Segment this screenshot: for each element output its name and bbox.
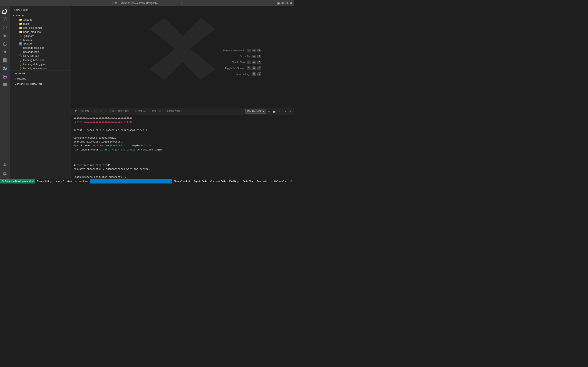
node-modules-label: node_modules (23, 30, 41, 33)
activity-search[interactable] (1, 16, 9, 23)
activity-extensions[interactable] (1, 40, 9, 48)
file-tree: ▾ HELLO › 📁 .vscode › 📁 build (10, 13, 71, 71)
status-ai-code-chat[interactable]: ✦ AI Code Chat (269, 179, 289, 184)
status-comment-code[interactable]: Comment Code (209, 179, 228, 184)
sidebar-toggle-icon[interactable]: ▣ (277, 1, 280, 5)
tab-output[interactable]: OUTPUT (91, 108, 106, 114)
build-chevron: › (16, 22, 19, 25)
toml-icon: ⚙ (19, 38, 22, 42)
split-editor-icon[interactable]: ⊟ (285, 1, 288, 5)
timeline-header[interactable]: › TIMELINE (10, 76, 71, 81)
status-settings-gear[interactable]: ⚙ (289, 179, 294, 184)
activity-chat[interactable] (1, 81, 9, 89)
panel-more-btn[interactable]: ··· (278, 109, 282, 113)
outline-header[interactable]: › OUTLINE (10, 71, 71, 76)
tab-ports[interactable]: PORTS (150, 108, 163, 114)
titlebar-search[interactable]: 🔍 [Extension Development Host] hello (112, 1, 182, 5)
panel-list-btn[interactable]: ≡ (267, 109, 270, 113)
activity-run-debug[interactable] (1, 32, 9, 40)
status-find-bugs[interactable]: Find Bugs (228, 179, 241, 184)
ai-star-icon: ✦ (271, 180, 273, 183)
tree-item-tsconfig-release[interactable]: › {} tsconfig.release.json (10, 66, 71, 70)
kbd-cmd3: ⌘ (252, 60, 256, 64)
show-settings-hint: Show Settings ⌘ , (235, 72, 261, 76)
activity-pieces2[interactable] (1, 73, 9, 80)
status-remote[interactable]: ⚙ Extension Development Host (0, 179, 35, 184)
dropdown-label: Blockless CLI (247, 110, 262, 113)
cool-pink-camel-label: cool-pink-camel (23, 26, 42, 29)
info-icon: ⓘ (67, 180, 70, 183)
panel-up-btn[interactable]: ∧ (283, 109, 287, 113)
tab-comments[interactable]: COMMENTS (163, 108, 182, 114)
kbd-shift: ⇧ (247, 49, 251, 52)
kbd-p2: P (258, 55, 261, 58)
tree-item-bls-toml[interactable]: › ⚙ bls.toml (10, 38, 71, 42)
show-all-commands-hint: Show All Commands ⇧ ⌘ P (222, 49, 261, 52)
tree-item-index-ts[interactable]: › TS index.ts (10, 42, 71, 46)
sidebar-header-actions: ... (65, 8, 68, 12)
output-line-3 (73, 124, 292, 128)
inline-bookmarks-label: INLINE BOOKMARKS (17, 83, 42, 85)
kbd-cmd1: ⌘ (252, 49, 256, 52)
show-all-commands-label: Show All Commands (222, 49, 245, 52)
activity-pieces[interactable]: B (1, 49, 9, 56)
forward-button[interactable]: → (47, 1, 52, 5)
tree-item-vscode[interactable]: › 📁 .vscode (10, 17, 71, 22)
status-code-chat[interactable]: Code Chat (241, 179, 255, 184)
activity-settings[interactable] (1, 170, 9, 177)
outline-chevron: › (11, 72, 15, 75)
editor-layout-icon[interactable]: ⊞ (281, 1, 284, 5)
status-explain-code[interactable]: Explain Code (192, 179, 209, 184)
timeline-label: TIMELINE (15, 77, 26, 80)
tree-item-build[interactable]: › 📁 build (10, 22, 71, 26)
output-line-8: Open Browser at http://0.0.0.0:8711 to c… (73, 144, 292, 148)
tab-terminal[interactable]: TERMINAL (132, 108, 150, 114)
tab-problems[interactable]: PROBLEMS (73, 108, 91, 114)
customize-layout-icon[interactable]: ⊠ (290, 1, 292, 5)
status-errors[interactable]: ⊘ 0 △ 0 (54, 179, 66, 184)
tree-item-node-modules[interactable]: › 📁 node_modules (10, 30, 71, 34)
output-line-4: Output: Installed bls latest at /usr/loc… (73, 128, 292, 132)
back-button[interactable]: ← (41, 1, 46, 5)
output-line-15 (73, 171, 292, 175)
tree-root-hello[interactable]: ▾ HELLO (10, 13, 71, 17)
activity-bookmarks[interactable] (1, 57, 9, 64)
activity-remote[interactable] (1, 65, 9, 72)
titlebar-search-text: [Extension Development Host] hello (119, 2, 158, 4)
tree-item-package-json[interactable]: › {} package.json (10, 50, 71, 54)
tree-item-package-lock[interactable]: › {} package-lock.json (10, 46, 71, 50)
vscode-label: .vscode (23, 18, 33, 21)
tree-item-readme[interactable]: › ⓘ README.md (10, 54, 71, 58)
tree-item-tsconfig-base[interactable]: › {} tsconfig.base.json (10, 58, 71, 62)
link-1[interactable]: http://0.0.0.0:8711 (97, 144, 125, 147)
folder-icon-cpc: 📁 (19, 26, 22, 30)
inline-bookmarks-chevron: › (11, 82, 15, 86)
readme-icon: ⓘ (19, 54, 22, 58)
sidebar-more-actions[interactable]: ... (65, 8, 68, 12)
status-live-share[interactable]: ↗ Live Share (73, 179, 90, 184)
kbd-p1: P (258, 49, 261, 52)
error-count: 0 (58, 180, 60, 183)
panel-lock-btn[interactable]: 🔒 (272, 109, 277, 113)
tab-debug-console[interactable]: DEBUG CONSOLE (106, 108, 132, 114)
output-source-dropdown[interactable]: Blockless CLI ▾ (245, 109, 266, 114)
link-2[interactable]: http://127.0.0.1:8711 (104, 149, 135, 151)
status-pieces-settings[interactable]: Pieces Settings (35, 179, 54, 184)
panel-close-btn[interactable]: ✕ (288, 109, 292, 113)
tree-item-cool-pink-camel[interactable]: › 📁 cool-pink-camel (10, 26, 71, 30)
tree-item-gitignore[interactable]: › ⊙ .gitignore (10, 34, 71, 38)
ai-code-chat-label: AI Code Chat (274, 180, 287, 183)
activity-explorer[interactable] (1, 8, 9, 15)
inline-bookmarks-header[interactable]: › ■ INLINE BOOKMARKS (10, 82, 71, 86)
tree-item-tsconfig-debug[interactable]: › {} tsconfig.debug.json (10, 62, 71, 66)
activity-accounts[interactable] (1, 161, 9, 168)
status-share-code[interactable]: Share Code Link (172, 179, 192, 184)
gitignore-label: .gitignore (23, 34, 34, 38)
status-info[interactable]: ⓘ 0 (66, 179, 73, 184)
status-robocoder[interactable]: Robocoder (255, 179, 269, 184)
folder-icon-nm: 📁 (19, 30, 22, 34)
inline-bookmarks-section: › ■ INLINE BOOKMARKS (10, 81, 71, 87)
activity-source-control[interactable] (1, 24, 9, 31)
panel-output: ########################################… (71, 115, 294, 179)
kbd-cmd5: ⌘ (252, 72, 256, 76)
